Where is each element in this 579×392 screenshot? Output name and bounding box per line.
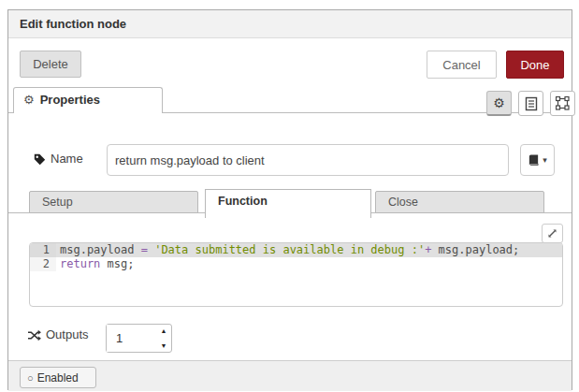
code-text: msg.payload = 'Data submitted is availab… xyxy=(56,243,519,257)
line-number: 2 xyxy=(30,257,56,271)
gear-icon: ⚙ xyxy=(23,88,35,112)
gear-icon: ⚙ xyxy=(493,96,505,109)
spinner-up-icon[interactable]: ▲ xyxy=(161,327,167,334)
tab-setup[interactable]: Setup xyxy=(29,191,198,213)
node-appearance-button[interactable] xyxy=(550,91,575,116)
enabled-toggle-button[interactable]: ○Enabled xyxy=(20,367,96,388)
spinner-down-icon[interactable]: ▼ xyxy=(161,342,167,349)
enabled-label: Enabled xyxy=(37,371,79,385)
done-button[interactable]: Done xyxy=(506,51,564,79)
name-label: Name xyxy=(51,152,83,166)
code-line: 1 msg.payload = 'Data submitted is avail… xyxy=(30,243,562,257)
cancel-button[interactable]: Cancel xyxy=(427,51,497,79)
tag-icon xyxy=(34,152,46,165)
tab-function[interactable]: Function xyxy=(205,189,371,218)
circle-icon: ○ xyxy=(27,372,34,384)
name-input[interactable] xyxy=(107,144,509,176)
code-text: return msg; xyxy=(56,257,134,271)
document-icon xyxy=(525,96,538,111)
expand-icon xyxy=(547,228,557,239)
line-number: 1 xyxy=(30,243,56,257)
dialog-footer: ○Enabled xyxy=(8,360,572,391)
function-code-editor[interactable]: 1 msg.payload = 'Data submitted is avail… xyxy=(29,242,563,307)
delete-button[interactable]: Delete xyxy=(20,51,81,78)
outputs-label: Outputs xyxy=(46,327,89,341)
label-style-button[interactable]: ▾ xyxy=(520,144,555,176)
appearance-icon xyxy=(556,96,570,110)
expand-editor-button[interactable] xyxy=(542,224,563,243)
spinner-buttons[interactable]: ▲ ▼ xyxy=(156,325,171,352)
node-properties-button[interactable]: ⚙ xyxy=(486,91,512,116)
node-description-button[interactable] xyxy=(518,91,543,116)
screenshot-page: Edit function node Delete Cancel Done ⚙P… xyxy=(0,0,579,392)
code-line: 2 return msg; xyxy=(30,257,562,271)
edit-function-node-dialog: Edit function node Delete Cancel Done ⚙P… xyxy=(7,9,572,390)
dialog-title: Edit function node xyxy=(8,10,126,37)
properties-tab-label: Properties xyxy=(40,93,100,107)
dialog-header: Edit function node xyxy=(8,10,572,38)
book-icon xyxy=(528,153,540,167)
tab-close[interactable]: Close xyxy=(375,191,544,213)
tab-properties[interactable]: ⚙Properties xyxy=(13,87,163,113)
outputs-spinner: ▲ ▼ xyxy=(106,324,172,353)
chevron-down-icon: ▾ xyxy=(543,155,547,165)
outputs-input[interactable] xyxy=(107,325,156,352)
shuffle-icon xyxy=(27,328,41,341)
